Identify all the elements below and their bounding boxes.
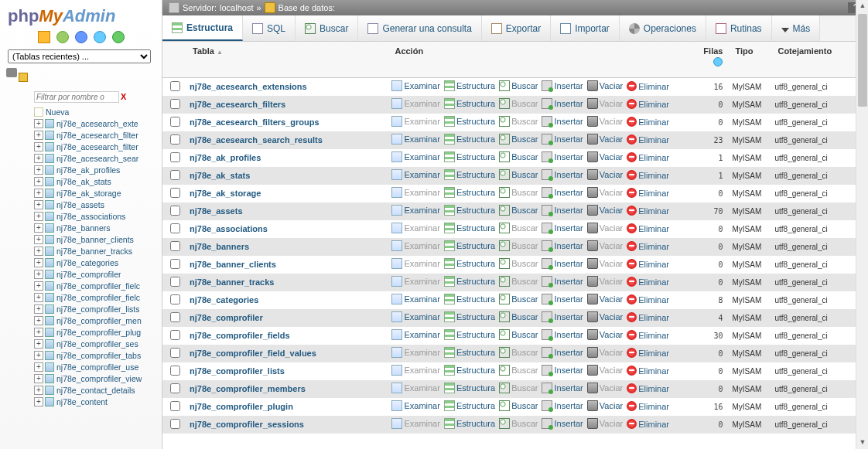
filter-clear-icon[interactable]: X (121, 92, 126, 101)
col-type[interactable]: Tipo (729, 42, 771, 78)
search-action[interactable]: Buscar (499, 240, 538, 251)
empty-action[interactable]: Vaciar (587, 329, 623, 340)
search-action[interactable]: Buscar (499, 134, 538, 145)
expand-icon[interactable]: + (34, 258, 43, 267)
expand-icon[interactable]: + (34, 119, 43, 128)
expand-icon[interactable]: + (34, 374, 43, 383)
tree-table-link[interactable]: nj78e_comprofiler_fielc (56, 293, 140, 302)
tree-item[interactable]: +nj78e_comprofiler_tabs (34, 349, 162, 361)
tree-table-link[interactable]: nj78e_comprofiler_ses (56, 339, 138, 349)
table-name-link[interactable]: nj78e_acesearch_extensions (190, 82, 307, 91)
table-name-link[interactable]: nj78e_acesearch_search_results (190, 135, 323, 145)
search-action[interactable]: Buscar (499, 169, 538, 180)
drop-action[interactable]: Eliminar (627, 206, 669, 216)
insert-action[interactable]: Insertar (542, 365, 583, 376)
browse-action[interactable]: Examinar (391, 240, 439, 251)
expand-icon[interactable]: + (34, 270, 43, 279)
row-checkbox[interactable] (170, 366, 180, 376)
scroll-up-icon[interactable]: ▲ (856, 0, 868, 12)
empty-action[interactable]: Vaciar (587, 98, 623, 109)
expand-icon[interactable]: + (34, 247, 43, 256)
drop-action[interactable]: Eliminar (627, 81, 669, 91)
row-checkbox[interactable] (170, 383, 180, 393)
drop-action[interactable]: Eliminar (627, 170, 669, 180)
tree-table-link[interactable]: nj78e_banner_clients (56, 235, 134, 244)
tree-table-link[interactable]: nj78e_comprofiler_view (56, 374, 142, 383)
search-action[interactable]: Buscar (499, 205, 538, 216)
tree-table-link[interactable]: nj78e_categories (56, 258, 118, 267)
drop-action[interactable]: Eliminar (627, 259, 669, 269)
scroll-thumb[interactable] (858, 14, 867, 107)
empty-action[interactable]: Vaciar (587, 187, 623, 198)
table-name-link[interactable]: nj78e_ak_profiles (190, 153, 261, 162)
browse-action[interactable]: Examinar (391, 169, 439, 180)
search-action[interactable]: Buscar (499, 347, 538, 358)
insert-action[interactable]: Insertar (542, 169, 583, 180)
row-checkbox[interactable] (170, 152, 180, 162)
search-action[interactable]: Buscar (499, 365, 538, 376)
table-name-link[interactable]: nj78e_comprofiler_fields (190, 331, 290, 340)
expand-icon[interactable]: + (34, 165, 43, 175)
row-checkbox[interactable] (170, 99, 180, 109)
search-action[interactable]: Buscar (499, 223, 538, 233)
expand-icon[interactable]: + (34, 281, 43, 291)
row-checkbox[interactable] (170, 294, 180, 304)
table-name-link[interactable]: nj78e_comprofiler_plugin (190, 402, 293, 411)
expand-icon[interactable]: + (34, 212, 43, 221)
table-name-link[interactable]: nj78e_comprofiler (190, 313, 263, 322)
tree-table-link[interactable]: nj78e_associations (56, 212, 125, 221)
browse-action[interactable]: Examinar (391, 329, 439, 340)
expand-icon[interactable]: + (34, 362, 43, 372)
browse-action[interactable]: Examinar (391, 151, 439, 162)
empty-action[interactable]: Vaciar (587, 294, 623, 304)
insert-action[interactable]: Insertar (542, 329, 583, 340)
table-name-link[interactable]: nj78e_comprofiler_field_values (190, 349, 316, 358)
row-checkbox[interactable] (170, 188, 180, 198)
insert-action[interactable]: Insertar (542, 258, 583, 269)
browse-action[interactable]: Examinar (391, 116, 439, 127)
drop-action[interactable]: Eliminar (627, 223, 669, 233)
table-name-link[interactable]: nj78e_ak_stats (190, 171, 250, 180)
expand-icon[interactable]: + (34, 397, 43, 406)
breadcrumb-server-link[interactable]: localhost (220, 3, 253, 12)
insert-action[interactable]: Insertar (542, 294, 583, 304)
browse-action[interactable]: Examinar (391, 258, 439, 269)
filter-input[interactable] (34, 91, 119, 103)
structure-action[interactable]: Estructura (444, 329, 495, 340)
tree-table-link[interactable]: nj78e_acesearch_exte (56, 119, 138, 128)
tree-item[interactable]: +nj78e_banners (34, 222, 162, 233)
insert-action[interactable]: Insertar (542, 240, 583, 251)
insert-action[interactable]: Insertar (542, 116, 583, 127)
row-checkbox[interactable] (170, 330, 180, 340)
recent-tables-select[interactable]: (Tablas recientes) ... (8, 49, 151, 63)
row-checkbox[interactable] (170, 419, 180, 429)
collapse-toggle-icon[interactable] (6, 68, 17, 77)
structure-action[interactable]: Estructura (444, 294, 495, 304)
row-checkbox[interactable] (170, 241, 180, 251)
drop-action[interactable]: Eliminar (627, 330, 669, 340)
structure-action[interactable]: Estructura (444, 223, 495, 233)
structure-action[interactable]: Estructura (444, 134, 495, 145)
insert-action[interactable]: Insertar (542, 276, 583, 287)
empty-action[interactable]: Vaciar (587, 276, 623, 287)
tree-item[interactable]: +nj78e_acesearch_sear (34, 152, 162, 164)
search-action[interactable]: Buscar (499, 400, 538, 411)
tree-item[interactable]: +nj78e_associations (34, 210, 162, 222)
tree-table-link[interactable]: nj78e_ak_profiles (56, 165, 120, 175)
insert-action[interactable]: Insertar (542, 80, 583, 91)
tab-search[interactable]: Buscar (296, 15, 358, 41)
new-table-link[interactable]: Nueva (46, 107, 69, 117)
browse-action[interactable]: Examinar (391, 80, 439, 91)
tree-table-link[interactable]: nj78e_ak_stats (56, 177, 111, 186)
structure-action[interactable]: Estructura (444, 383, 495, 393)
empty-action[interactable]: Vaciar (587, 223, 623, 233)
drop-action[interactable]: Eliminar (627, 134, 669, 145)
tree-item[interactable]: +nj78e_comprofiler_ses (34, 338, 162, 349)
structure-action[interactable]: Estructura (444, 311, 495, 322)
insert-action[interactable]: Insertar (542, 418, 583, 429)
drop-action[interactable]: Eliminar (627, 188, 669, 198)
empty-action[interactable]: Vaciar (587, 400, 623, 411)
drop-action[interactable]: Eliminar (627, 383, 669, 393)
table-name-link[interactable]: nj78e_comprofiler_members (190, 384, 306, 393)
tree-item[interactable]: +nj78e_comprofiler_fielc (34, 291, 162, 303)
